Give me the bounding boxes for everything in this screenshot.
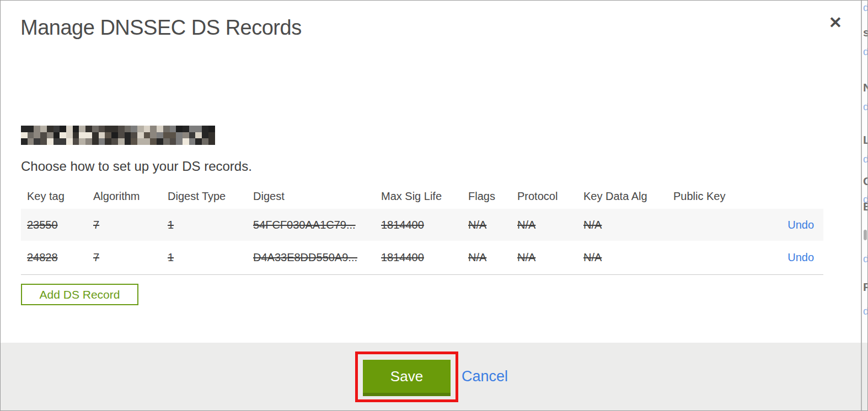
col-header-digest-type: Digest Type [168,190,253,203]
redaction-pixel [111,132,118,139]
col-header-flags: Flags [468,190,517,203]
redaction-pixel [118,126,125,132]
redaction-pixel [144,138,151,145]
cell-algorithm: 7 [93,251,168,264]
redaction-pixel [131,138,137,145]
add-ds-record-button[interactable]: Add DS Record [21,284,138,305]
redaction-pixel [99,126,105,132]
redaction-pixel [208,132,215,139]
cell-key-data-alg: N/A [583,251,673,264]
redaction-pixel [137,132,144,139]
table-header-row: Key tag Algorithm Digest Type Digest Max… [21,183,823,209]
redaction-pixel [105,132,111,139]
redaction-pixel [125,138,131,145]
col-header-algorithm: Algorithm [93,190,168,203]
redaction-pixel [28,126,34,132]
cell-protocol: N/A [517,251,583,264]
redaction-pixel [92,126,99,132]
background-text-fragment: d [863,46,868,58]
redaction-pixel [163,126,170,132]
redaction-pixel [28,132,34,139]
background-text-fragment: d [863,101,868,113]
redaction-pixel [176,126,183,132]
redaction-pixel [79,126,85,132]
redaction-pixel [53,126,60,132]
col-header-public-key: Public Key [673,190,756,203]
redaction-pixel [195,138,202,145]
background-text-fragment: d [863,253,868,265]
undo-link[interactable]: Undo [787,219,814,231]
redaction-pixel [195,132,202,139]
cell-digest-type: 1 [168,219,253,231]
background-text-fragment: N [863,81,868,94]
redaction-pixel [60,132,66,139]
redaction-pixel [157,126,163,132]
redaction-pixel [47,126,53,132]
redaction-pixel [34,132,40,139]
redaction-pixel [150,138,157,145]
background-text-fragment: C [863,175,868,188]
redaction-pixel [47,138,53,145]
redaction-pixel [150,132,157,139]
redaction-pixel [183,126,189,132]
save-button[interactable]: Save [363,360,451,396]
redaction-pixel [60,126,66,132]
redaction-pixel [176,132,183,139]
redaction-pixel [170,126,176,132]
redacted-domain-name [21,126,215,145]
col-header-protocol: Protocol [517,190,583,203]
cell-digest: 54FCF030AA1C79... [253,219,381,231]
redaction-pixel [40,138,47,145]
background-text-fragment: d [863,2,868,14]
redaction-pixel [111,138,118,145]
redaction-pixel [79,132,85,139]
redaction-pixel [92,138,99,145]
background-text-fragment: d [863,153,868,165]
redaction-pixel [189,126,196,132]
col-header-key-data-alg: Key Data Alg [583,190,673,203]
redaction-pixel [137,138,144,145]
close-icon[interactable]: ✕ [826,13,845,33]
redaction-pixel [40,132,47,139]
redaction-pixel [21,138,28,145]
undo-link[interactable]: Undo [787,251,814,263]
scrollbar-thumb[interactable] [864,230,867,240]
redaction-pixel [40,126,47,132]
background-page-sliver: dsdNdLdCdEdPd [862,1,868,343]
cell-digest-type: 1 [168,251,253,264]
redaction-pixel [92,132,99,139]
cell-max-sig-life: 1814400 [381,251,468,264]
background-text-fragment: E [863,200,868,213]
redaction-pixel [189,132,196,139]
redaction-pixel [66,138,73,145]
redaction-pixel [66,132,73,139]
cell-key-data-alg: N/A [583,219,673,231]
cell-digest: D4A33E8DD550A9... [253,251,381,264]
dnssec-modal: Manage DNSSEC DS Records ✕ Choose how to… [0,0,868,411]
cell-max-sig-life: 1814400 [381,219,468,231]
col-header-digest: Digest [253,190,381,203]
redaction-pixel [183,138,189,145]
redaction-pixel [163,138,170,145]
redaction-pixel [144,132,151,139]
background-text-fragment: L [863,133,868,147]
cell-key-tag: 24828 [27,251,93,264]
redaction-pixel [189,138,196,145]
redaction-pixel [60,138,66,145]
redaction-pixel [137,126,144,132]
redaction-pixel [66,126,73,132]
redaction-pixel [85,138,92,145]
redaction-pixel [34,126,40,132]
redaction-pixel [170,138,176,145]
cell-protocol: N/A [517,219,583,231]
redaction-pixel [131,132,137,139]
col-header-max-sig-life: Max Sig Life [381,190,468,203]
redaction-pixel [176,138,183,145]
redaction-pixel [125,126,131,132]
cell-flags: N/A [468,219,517,231]
redaction-pixel [202,126,208,132]
redaction-pixel [28,138,34,145]
cancel-link[interactable]: Cancel [462,368,508,385]
redaction-pixel [157,132,163,139]
redaction-pixel [183,132,189,139]
